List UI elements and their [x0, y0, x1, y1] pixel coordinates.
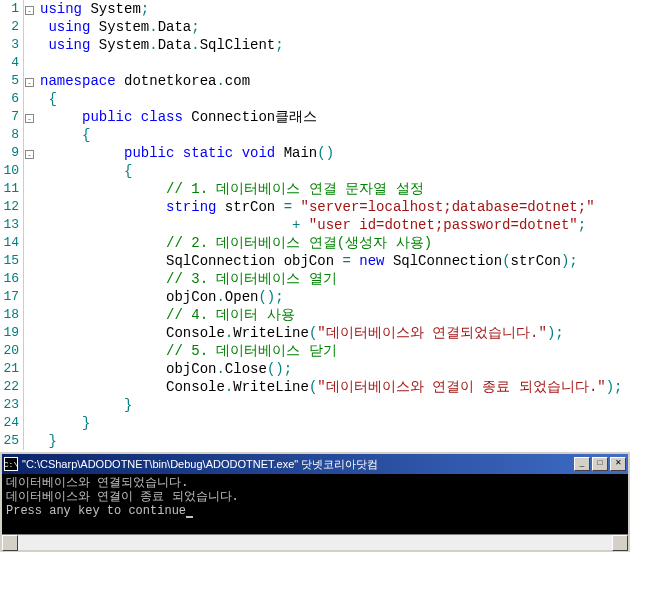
fold-cell: [24, 288, 36, 306]
token-str: "데이터베이스와 연결되었습니다.": [317, 325, 547, 341]
token-str: "user id=dotnet;password=dotnet": [309, 217, 578, 233]
code-line[interactable]: // 1. 데이터베이스 연결 문자열 설정: [40, 180, 646, 198]
code-line[interactable]: }: [40, 432, 646, 450]
code-editor: 1234567891011121314151617181920212223242…: [0, 0, 646, 450]
token-plain: Data: [158, 19, 192, 35]
line-number: 20: [0, 342, 19, 360]
code-area[interactable]: using System; using System.Data; using S…: [36, 0, 646, 450]
scroll-right-button[interactable]: [612, 535, 628, 551]
fold-cell: [24, 306, 36, 324]
fold-toggle-icon[interactable]: -: [25, 150, 34, 159]
fold-cell[interactable]: -: [24, 72, 36, 90]
fold-cell[interactable]: -: [24, 108, 36, 126]
code-line[interactable]: }: [40, 396, 646, 414]
token-brace: .: [149, 37, 157, 53]
code-line[interactable]: SqlConnection objCon = new SqlConnection…: [40, 252, 646, 270]
fold-cell: [24, 162, 36, 180]
line-number: 25: [0, 432, 19, 450]
token-brace: =: [342, 253, 350, 269]
code-line[interactable]: // 3. 데이터베이스 열기: [40, 270, 646, 288]
minimize-button[interactable]: _: [574, 457, 590, 471]
console-line: 데이터베이스와 연결되었습니다.: [6, 476, 624, 490]
token-plain: Close: [225, 361, 267, 377]
close-button[interactable]: ✕: [610, 457, 626, 471]
fold-cell: [24, 126, 36, 144]
maximize-button[interactable]: □: [592, 457, 608, 471]
token-kw: string: [166, 199, 216, 215]
token-kw: using: [40, 1, 82, 17]
token-brace: .: [225, 379, 233, 395]
code-line[interactable]: using System;: [40, 0, 646, 18]
token-brace: ;: [578, 217, 586, 233]
token-com: // 4. 데이터 사용: [166, 307, 295, 323]
token-plain: SqlConnection: [385, 253, 503, 269]
line-number: 17: [0, 288, 19, 306]
fold-cell: [24, 342, 36, 360]
fold-toggle-icon[interactable]: -: [25, 114, 34, 123]
line-number: 12: [0, 198, 19, 216]
token-plain: objCon: [166, 289, 216, 305]
fold-cell[interactable]: -: [24, 0, 36, 18]
token-kw: using: [48, 19, 90, 35]
code-line[interactable]: // 2. 데이터베이스 연결(생성자 사용): [40, 234, 646, 252]
token-brace: }: [82, 415, 90, 431]
console-title-bar[interactable]: C:\ "C:\CSharp\ADODOTNET\bin\Debug\ADODO…: [2, 454, 628, 474]
code-line[interactable]: + "user id=dotnet;password=dotnet";: [40, 216, 646, 234]
scroll-left-button[interactable]: [2, 535, 18, 551]
code-line[interactable]: {: [40, 126, 646, 144]
console-line: 데이터베이스와 연결이 종료 되었습니다.: [6, 490, 624, 504]
token-plain: Open: [225, 289, 259, 305]
token-plain: System: [90, 37, 149, 53]
code-line[interactable]: {: [40, 90, 646, 108]
console-line: Press any key to continue: [6, 504, 624, 518]
fold-cell: [24, 90, 36, 108]
code-line[interactable]: }: [40, 414, 646, 432]
line-number: 9: [0, 144, 19, 162]
code-line[interactable]: objCon.Close();: [40, 360, 646, 378]
token-brace: (): [317, 145, 334, 161]
token-brace: .: [216, 289, 224, 305]
line-number: 19: [0, 324, 19, 342]
token-brace: .: [191, 37, 199, 53]
token-plain: SqlConnection objCon: [166, 253, 342, 269]
fold-cell: [24, 414, 36, 432]
token-plain: Console: [166, 325, 225, 341]
token-plain: Data: [158, 37, 192, 53]
line-number: 13: [0, 216, 19, 234]
line-number: 2: [0, 18, 19, 36]
code-line[interactable]: {: [40, 162, 646, 180]
token-brace: }: [48, 433, 56, 449]
code-line[interactable]: [40, 54, 646, 72]
code-line[interactable]: public class Connection클래스: [40, 108, 646, 126]
fold-toggle-icon[interactable]: -: [25, 6, 34, 15]
token-str: "server=localhost;database=dotnet;": [300, 199, 594, 215]
fold-cell: [24, 396, 36, 414]
token-brace: .: [216, 361, 224, 377]
scroll-track[interactable]: [18, 535, 612, 550]
fold-cell: [24, 360, 36, 378]
code-line[interactable]: string strCon = "server=localhost;databa…: [40, 198, 646, 216]
token-kw: public static void: [124, 145, 275, 161]
code-line[interactable]: public static void Main(): [40, 144, 646, 162]
code-line[interactable]: Console.WriteLine("데이터베이스와 연결되었습니다.");: [40, 324, 646, 342]
code-line[interactable]: // 5. 데이터베이스 닫기: [40, 342, 646, 360]
fold-toggle-icon[interactable]: -: [25, 78, 34, 87]
code-line[interactable]: using System.Data.SqlClient;: [40, 36, 646, 54]
code-line[interactable]: objCon.Open();: [40, 288, 646, 306]
token-kw: using: [48, 37, 90, 53]
token-plain: Connection클래스: [183, 109, 317, 125]
token-plain: Main: [275, 145, 317, 161]
token-brace: ();: [258, 289, 283, 305]
line-number: 14: [0, 234, 19, 252]
code-line[interactable]: // 4. 데이터 사용: [40, 306, 646, 324]
code-line[interactable]: namespace dotnetkorea.com: [40, 72, 646, 90]
horizontal-scrollbar[interactable]: [2, 534, 628, 550]
fold-cell: [24, 252, 36, 270]
code-line[interactable]: using System.Data;: [40, 18, 646, 36]
line-number: 16: [0, 270, 19, 288]
line-number: 15: [0, 252, 19, 270]
console-icon: C:\: [4, 457, 18, 471]
fold-cell[interactable]: -: [24, 144, 36, 162]
token-com: // 5. 데이터베이스 닫기: [166, 343, 337, 359]
code-line[interactable]: Console.WriteLine("데이터베이스와 연결이 종료 되었습니다.…: [40, 378, 646, 396]
